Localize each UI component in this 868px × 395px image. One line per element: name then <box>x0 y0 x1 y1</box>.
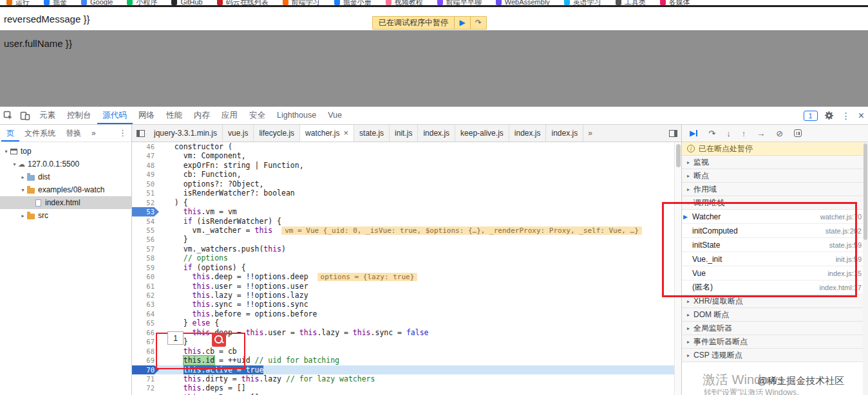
editor-tab-vue.js[interactable]: vue.js <box>223 125 254 142</box>
code-line[interactable]: 53 this.vm = vm <box>132 207 674 216</box>
bookmark-item[interactable]: 前端学习 <box>283 0 320 7</box>
line-number[interactable]: 49 <box>132 170 159 179</box>
more-tabs-icon[interactable]: » <box>583 125 597 142</box>
code-line[interactable]: 58 // options <box>132 253 674 262</box>
line-number[interactable]: 53 <box>132 207 159 216</box>
navigator-kebab-icon[interactable]: ⋮ <box>114 125 131 142</box>
line-number[interactable]: 56 <box>132 235 159 244</box>
devtools-tab-内存[interactable]: 内存 <box>188 107 216 124</box>
code-line[interactable]: 54 if (isRenderWatcher) { <box>132 217 674 226</box>
line-number[interactable]: 68 <box>132 347 159 356</box>
toggle-navigator-icon[interactable] <box>132 125 149 142</box>
inspect-element-icon[interactable] <box>0 107 17 124</box>
bookmark-item[interactable]: 各媒体 <box>660 0 690 7</box>
line-number[interactable]: 69 <box>132 356 159 365</box>
bookmark-item[interactable]: WebAssembly <box>496 0 550 7</box>
pause-on-exceptions-button[interactable] <box>794 129 802 137</box>
step-button[interactable]: → <box>757 129 765 138</box>
sidebar-section-CSP 违规断点[interactable]: ▸CSP 违规断点 <box>682 349 868 362</box>
sidebar-scrollbar[interactable] <box>863 142 868 395</box>
devtools-tab-元素[interactable]: 元素 <box>33 107 61 124</box>
tree-item-index.html[interactable]: index.html <box>0 196 131 209</box>
bookmark-item[interactable]: 英语学习 <box>564 0 601 7</box>
code-line[interactable]: 52 ) { <box>132 198 674 207</box>
line-number[interactable]: 57 <box>132 244 159 253</box>
devtools-tab-安全[interactable]: 安全 <box>243 107 271 124</box>
step-into-button[interactable]: ↓ <box>726 129 731 138</box>
line-number[interactable]: 55 <box>132 226 159 235</box>
bookmark-item[interactable]: 小程序 <box>127 0 157 7</box>
code-line[interactable]: 72 this.deps = [] <box>132 383 674 392</box>
editor-tab-index.js[interactable]: index.js <box>509 125 547 142</box>
step-over-button[interactable]: ↷ <box>708 129 715 138</box>
devtools-tab-Lighthouse[interactable]: Lighthouse <box>271 107 322 124</box>
gear-icon[interactable] <box>821 107 838 124</box>
code-line[interactable]: 47 vm: Component, <box>132 151 674 160</box>
sidebar-scrollbar-thumb[interactable] <box>863 143 867 240</box>
devtools-tab-控制台[interactable]: 控制台 <box>61 107 97 124</box>
sidebar-section-监视[interactable]: ▸监视 <box>682 156 868 169</box>
devtools-tab-应用[interactable]: 应用 <box>216 107 243 124</box>
sidebar-section-全局监听器[interactable]: ▸全局监听器 <box>682 322 868 335</box>
devtools-tab-Vue[interactable]: Vue <box>322 107 348 124</box>
bookmark-item[interactable]: 前端早早聊 <box>437 0 482 7</box>
editor-tab-lifecycle.js[interactable]: lifecycle.js <box>254 125 300 142</box>
navigator-tab[interactable]: 页 <box>1 125 19 142</box>
editor-tab-watcher.js[interactable]: watcher.js× <box>300 125 354 142</box>
line-number[interactable]: 65 <box>132 318 159 327</box>
bookmark-item[interactable]: 运行 <box>6 0 30 7</box>
line-number[interactable]: 66 <box>132 328 159 337</box>
editor-tab-index.js[interactable]: index.js <box>546 125 583 142</box>
bookmark-item[interactable]: GitHub <box>171 0 202 7</box>
code-line[interactable]: 49 cb: Function, <box>132 170 674 179</box>
kebab-menu-icon[interactable]: ⋮ <box>838 111 854 121</box>
line-number[interactable]: 60 <box>132 272 159 281</box>
code-line[interactable]: 56 } <box>132 235 674 244</box>
navigator-tab[interactable]: 替换 <box>61 125 86 142</box>
sidebar-section-事件监听器断点[interactable]: ▸事件监听器断点 <box>682 335 868 349</box>
resume-script-button[interactable]: ▶ <box>690 129 697 138</box>
code-line[interactable]: 60 this.deep = !!options.deepoptions = {… <box>132 272 674 281</box>
line-number[interactable]: 54 <box>132 217 159 226</box>
editor-tab-index.js[interactable]: index.js <box>418 125 455 142</box>
editor-tab-state.js[interactable]: state.js <box>354 125 390 142</box>
bookmark-item[interactable]: 掘金 <box>44 0 67 7</box>
line-number[interactable]: 67 <box>132 337 159 346</box>
devtools-tab-网络[interactable]: 网络 <box>133 107 160 124</box>
navigator-tab[interactable]: » <box>86 125 101 142</box>
overlay-step-button[interactable]: ↷ <box>470 17 486 29</box>
editor-tab-keep-alive.js[interactable]: keep-alive.js <box>455 125 509 142</box>
tree-item-dist[interactable]: ▸dist <box>0 170 131 183</box>
line-number[interactable]: 72 <box>132 383 159 392</box>
devtools-tab-性能[interactable]: 性能 <box>160 107 188 124</box>
line-number[interactable]: 63 <box>132 300 159 309</box>
line-number[interactable]: 50 <box>132 179 159 188</box>
line-number[interactable]: 51 <box>132 188 159 197</box>
device-toolbar-icon[interactable] <box>17 107 33 124</box>
overlay-resume-button[interactable]: ▶ <box>454 17 470 29</box>
code-line[interactable]: 57 vm._watchers.push(this) <box>132 244 674 253</box>
sidebar-section-DOM 断点[interactable]: ▸DOM 断点 <box>682 308 868 322</box>
tree-item-top[interactable]: ▾top <box>0 145 131 158</box>
code-line[interactable]: 71 this.dirty = this.lazy // for lazy wa… <box>132 374 674 383</box>
close-devtools-icon[interactable]: × <box>854 110 868 122</box>
toggle-debugger-sidebar-icon[interactable] <box>665 125 681 142</box>
line-number[interactable]: 48 <box>132 161 159 170</box>
line-number[interactable]: 62 <box>132 291 159 300</box>
code-line[interactable]: 65 } else { <box>132 318 674 327</box>
line-number[interactable]: 46 <box>132 142 159 151</box>
code-line[interactable]: 61 this.user = !!options.user <box>132 282 674 291</box>
sidebar-section-断点[interactable]: ▸断点 <box>682 169 868 183</box>
close-tab-icon[interactable]: × <box>343 125 348 142</box>
bookmark-item[interactable]: 工具类 <box>616 0 646 7</box>
bookmark-item[interactable]: 码云在线列表 <box>217 0 269 7</box>
line-number[interactable]: 64 <box>132 309 159 318</box>
navigator-tab[interactable]: 文件系统 <box>19 125 61 142</box>
code-line[interactable]: 46 constructor ( <box>132 142 674 151</box>
console-messages-badge[interactable]: 1 <box>804 111 818 121</box>
editor-tab-init.js[interactable]: init.js <box>390 125 418 142</box>
editor-scrollbar-thumb[interactable] <box>676 144 681 167</box>
tree-item-127.0.0.1:5500[interactable]: ▾☁127.0.0.1:5500 <box>0 158 131 170</box>
line-number[interactable]: 71 <box>132 374 159 383</box>
code-line[interactable]: 51 isRenderWatcher?: boolean <box>132 188 674 197</box>
